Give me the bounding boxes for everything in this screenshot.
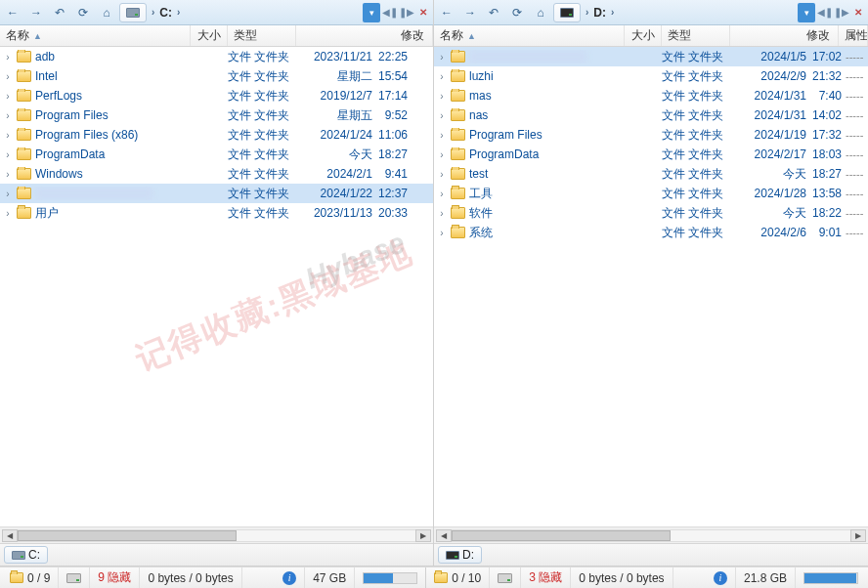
- breadcrumb[interactable]: › C: ›: [119, 3, 361, 22]
- table-row[interactable]: ›文件 文件夹2024/1/2212:37: [0, 184, 433, 203]
- header-size[interactable]: 大小: [191, 25, 228, 46]
- expand-icon[interactable]: ›: [3, 169, 13, 180]
- breadcrumb-dropdown[interactable]: ▾: [363, 3, 380, 22]
- table-row[interactable]: ›test文件 文件夹今天18:27-----: [434, 164, 868, 184]
- cell-name[interactable]: ›Program Files: [0, 108, 191, 122]
- header-modified[interactable]: 修改: [296, 25, 433, 46]
- cell-name[interactable]: ›ProgramData: [434, 147, 625, 161]
- header-modified[interactable]: 修改: [730, 25, 839, 46]
- table-row[interactable]: ›mas文件 文件夹2024/1/317:40-----: [434, 86, 868, 105]
- header-type[interactable]: 类型: [228, 25, 296, 46]
- forward-button[interactable]: →: [25, 3, 47, 22]
- scroll-right-icon[interactable]: ▶: [850, 529, 866, 542]
- expand-icon[interactable]: ›: [437, 91, 447, 102]
- table-row[interactable]: ›luzhi文件 文件夹2024/2/921:32-----: [434, 66, 868, 86]
- scroll-right-icon[interactable]: ▶: [415, 529, 431, 542]
- up-button[interactable]: ↶: [49, 3, 70, 22]
- prev-tab-icon[interactable]: ◀❚: [817, 3, 833, 22]
- sb-right-info[interactable]: i: [706, 567, 736, 588]
- expand-icon[interactable]: ›: [437, 189, 447, 199]
- crumb-drive-label[interactable]: C:: [159, 6, 172, 20]
- refresh-button[interactable]: ⟳: [72, 3, 94, 22]
- cell-name[interactable]: ›Intel: [0, 69, 191, 83]
- sb-left-info[interactable]: i: [275, 567, 305, 588]
- left-hscrollbar[interactable]: ◀ ▶: [0, 526, 433, 543]
- expand-icon[interactable]: ›: [437, 71, 447, 82]
- header-name[interactable]: 名称▲: [434, 25, 625, 46]
- table-row[interactable]: ›nas文件 文件夹2024/1/3114:02-----: [434, 105, 868, 125]
- cell-name[interactable]: ›adb: [0, 50, 191, 63]
- table-row[interactable]: ›Program Files文件 文件夹星期五9:52: [0, 105, 433, 125]
- scroll-left-icon[interactable]: ◀: [2, 529, 18, 542]
- cell-name[interactable]: ›: [434, 50, 625, 63]
- drive-pill-c[interactable]: C:: [4, 546, 48, 564]
- prev-tab-icon[interactable]: ◀❚: [382, 3, 398, 22]
- up-button[interactable]: ↶: [483, 3, 504, 22]
- home-button[interactable]: ⌂: [96, 3, 117, 22]
- expand-icon[interactable]: ›: [437, 169, 447, 180]
- cell-name[interactable]: ›PerfLogs: [0, 89, 191, 103]
- forward-button[interactable]: →: [459, 3, 481, 22]
- breadcrumb[interactable]: › D: ›: [553, 3, 796, 22]
- table-row[interactable]: ›Program Files文件 文件夹2024/1/1917:32-----: [434, 125, 868, 145]
- expand-icon[interactable]: ›: [437, 149, 447, 160]
- cell-name[interactable]: ›nas: [434, 108, 625, 122]
- cell-name[interactable]: ›系统: [434, 225, 625, 241]
- cell-name[interactable]: ›用户: [0, 205, 191, 222]
- right-hscrollbar[interactable]: ◀ ▶: [434, 526, 868, 543]
- table-row[interactable]: ›软件文件 文件夹今天18:22-----: [434, 203, 868, 223]
- next-tab-icon[interactable]: ❚▶: [834, 3, 849, 22]
- expand-icon[interactable]: ›: [437, 110, 447, 121]
- table-row[interactable]: ›Intel文件 文件夹星期二15:54: [0, 66, 433, 86]
- close-tab-icon[interactable]: ✕: [850, 3, 866, 22]
- crumb-drive-label[interactable]: D:: [593, 6, 606, 20]
- table-row[interactable]: ›adb文件 文件夹2023/11/2122:25: [0, 47, 433, 66]
- refresh-button[interactable]: ⟳: [506, 3, 528, 22]
- breadcrumb-dropdown[interactable]: ▾: [798, 3, 815, 22]
- expand-icon[interactable]: ›: [3, 130, 13, 141]
- header-name[interactable]: 名称▲: [0, 25, 191, 46]
- scroll-track[interactable]: [18, 529, 415, 542]
- table-row[interactable]: ›工具文件 文件夹2024/1/2813:58-----: [434, 184, 868, 203]
- table-row[interactable]: ›Windows文件 文件夹2024/2/19:41: [0, 164, 433, 184]
- expand-icon[interactable]: ›: [3, 208, 13, 219]
- header-size[interactable]: 大小: [625, 25, 662, 46]
- cell-name[interactable]: ›ProgramData: [0, 147, 191, 161]
- drive-chip-d[interactable]: [553, 3, 581, 22]
- header-type[interactable]: 类型: [662, 25, 730, 46]
- cell-name[interactable]: ›Program Files (x86): [0, 128, 191, 142]
- expand-icon[interactable]: ›: [3, 52, 13, 63]
- cell-name[interactable]: ›: [0, 187, 191, 200]
- cell-name[interactable]: ›工具: [434, 186, 625, 202]
- close-tab-icon[interactable]: ✕: [415, 3, 431, 22]
- cell-name[interactable]: ›软件: [434, 205, 625, 222]
- scroll-thumb[interactable]: [452, 530, 671, 541]
- home-button[interactable]: ⌂: [530, 3, 551, 22]
- expand-icon[interactable]: ›: [437, 130, 447, 141]
- expand-icon[interactable]: ›: [3, 110, 13, 121]
- cell-name[interactable]: ›Windows: [0, 167, 191, 181]
- expand-icon[interactable]: ›: [3, 149, 13, 160]
- cell-name[interactable]: ›mas: [434, 89, 625, 103]
- cell-name[interactable]: ›luzhi: [434, 69, 625, 83]
- back-button[interactable]: ←: [2, 3, 23, 22]
- table-row[interactable]: ›系统文件 文件夹2024/2/69:01-----: [434, 223, 868, 242]
- header-attr[interactable]: 属性: [839, 25, 868, 46]
- expand-icon[interactable]: ›: [3, 71, 13, 82]
- table-row[interactable]: ›用户文件 文件夹2023/11/1320:33: [0, 203, 433, 223]
- drive-chip-c[interactable]: [119, 3, 147, 22]
- back-button[interactable]: ←: [436, 3, 457, 22]
- expand-icon[interactable]: ›: [437, 52, 447, 63]
- expand-icon[interactable]: ›: [3, 91, 13, 102]
- next-tab-icon[interactable]: ❚▶: [399, 3, 414, 22]
- scroll-track[interactable]: [452, 529, 850, 542]
- cell-name[interactable]: ›Program Files: [434, 128, 625, 142]
- scroll-left-icon[interactable]: ◀: [436, 529, 452, 542]
- table-row[interactable]: ›ProgramData文件 文件夹今天18:27: [0, 145, 433, 164]
- table-row[interactable]: ›文件 文件夹2024/1/517:02-----: [434, 47, 868, 66]
- expand-icon[interactable]: ›: [437, 208, 447, 219]
- table-row[interactable]: ›Program Files (x86)文件 文件夹2024/1/2411:06: [0, 125, 433, 145]
- table-row[interactable]: ›PerfLogs文件 文件夹2019/12/717:14: [0, 86, 433, 105]
- cell-name[interactable]: ›test: [434, 167, 625, 181]
- scroll-thumb[interactable]: [18, 530, 237, 541]
